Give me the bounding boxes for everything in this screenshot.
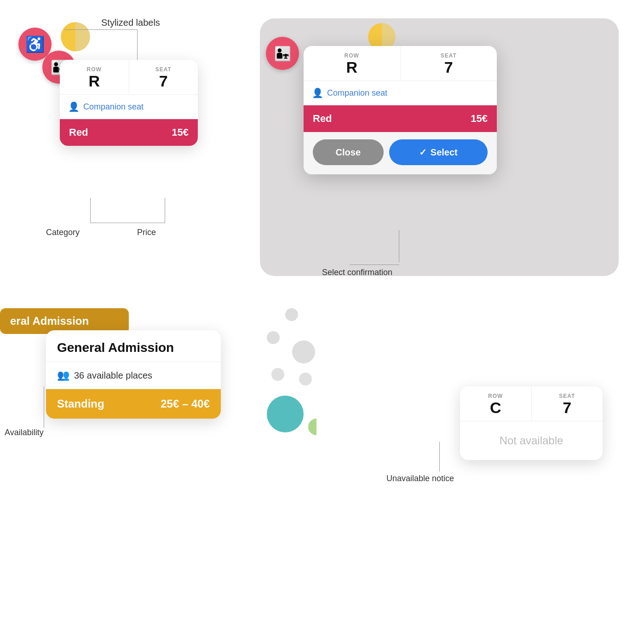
annotation-line-horiz: [64, 29, 138, 30]
people-icon: 👥: [57, 369, 69, 381]
category-text: Red: [69, 126, 88, 138]
price-annotation-text: Price: [137, 228, 156, 237]
select-confirm-line: [399, 230, 399, 262]
price-annotation-horiz: [90, 223, 165, 223]
category-annotation-text: Category: [46, 228, 80, 237]
select-confirmation-label: Select confirmation: [322, 268, 392, 277]
annotation-line-top: [137, 29, 138, 60]
na-row-value: C: [468, 399, 523, 416]
tr-price-text: 15€: [471, 113, 488, 125]
row-block: ROW R: [60, 60, 129, 94]
companion-row: 👤 Companion seat: [60, 95, 198, 119]
tr-seat-value: 7: [409, 59, 489, 76]
checkmark-icon: ✓: [419, 147, 427, 158]
ga-availability: 👥 36 available places: [46, 362, 221, 389]
close-button[interactable]: Close: [313, 139, 384, 165]
companion-text: Companion seat: [83, 102, 144, 112]
seat-value: 7: [138, 73, 190, 90]
seat-card-tl: ROW R SEAT 7 👤 Companion seat Red 15€: [60, 60, 198, 146]
tr-category-text: Red: [313, 113, 332, 125]
tr-seat-label: SEAT: [409, 52, 489, 59]
tr-seat-block: SEAT 7: [401, 46, 497, 80]
seat-label: SEAT: [138, 66, 190, 73]
action-buttons: Close ✓ Select: [304, 132, 497, 174]
select-confirm-horiz: [350, 264, 399, 265]
stylized-labels-annotation: Stylized labels: [101, 17, 160, 28]
price-annotation-line: [165, 198, 165, 223]
na-seat-block: SEAT 7: [532, 386, 603, 421]
category-annotation-line: [90, 198, 91, 223]
na-seat-value: 7: [540, 399, 595, 416]
row-label: ROW: [68, 66, 121, 73]
tr-row-block: ROW R: [304, 46, 401, 80]
price-range: 25€ – 40€: [161, 397, 210, 410]
ga-title: General Admission: [46, 330, 221, 362]
tr-row-label: ROW: [312, 52, 392, 59]
na-seat-label: SEAT: [540, 393, 595, 399]
availability-line: [44, 386, 44, 428]
tr-row-value: R: [312, 59, 392, 76]
standing-label: Standing: [57, 397, 104, 410]
companion-icon-tr: 👨‍👧: [266, 37, 299, 70]
unavailable-line: [439, 442, 440, 472]
seat-block: SEAT 7: [129, 60, 198, 94]
tr-category-row: Red 15€: [304, 105, 497, 132]
na-row-label: ROW: [468, 393, 523, 399]
tr-companion-icon: 👤: [312, 87, 323, 98]
unavailable-annotation-text: Unavailable notice: [386, 474, 454, 483]
row-value: R: [68, 73, 121, 90]
half-yellow-icon: [61, 22, 90, 52]
tr-companion-row: 👤 Companion seat: [304, 81, 497, 105]
seat-card-tr: ROW R SEAT 7 👤 Companion seat Red 15€ Cl…: [304, 46, 497, 174]
ga-card: General Admission 👥 36 available places …: [46, 331, 221, 419]
price-text: 15€: [172, 126, 189, 138]
ga-price-row: Standing 25€ – 40€: [46, 389, 221, 419]
select-label: Select: [431, 147, 458, 158]
availability-text: 36 available places: [74, 370, 152, 381]
tr-companion-text: Companion seat: [327, 88, 387, 98]
na-row-block: ROW C: [460, 386, 532, 421]
availability-annotation-text: Availability: [5, 428, 44, 437]
select-button[interactable]: ✓ Select: [389, 139, 488, 165]
not-available-text: Not available: [460, 421, 603, 460]
ga-bg-label-text: eral Admission: [10, 315, 89, 327]
category-price-row: Red 15€: [60, 119, 198, 146]
companion-row-icon: 👤: [68, 101, 80, 112]
